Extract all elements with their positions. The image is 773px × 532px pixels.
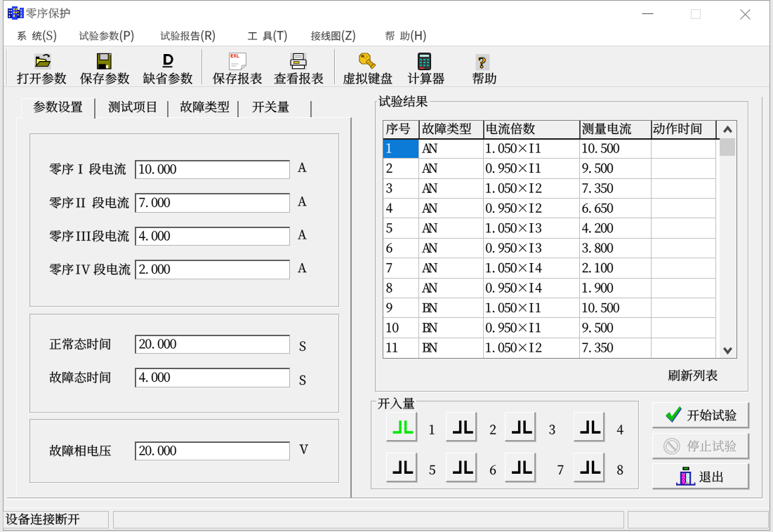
svg-text:?: ? bbox=[478, 54, 487, 72]
svg-text:EXL: EXL bbox=[230, 53, 239, 58]
